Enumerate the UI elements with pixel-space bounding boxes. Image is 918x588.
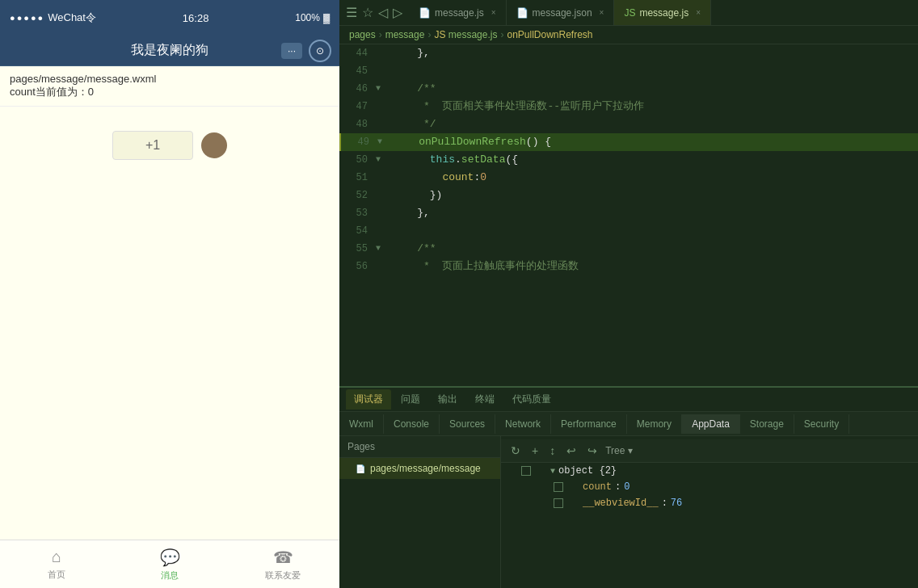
phone-nav-messages[interactable]: 💬 消息 [113,540,226,588]
code-line-50: 50 ▼ this.setData({ [339,151,918,169]
debug-panel: 调试器 问题 输出 终端 代码质量 Wxml Console Sources N… [339,386,918,588]
line-fold-55[interactable]: ▼ [376,240,389,258]
data-checkbox-count[interactable] [554,482,563,492]
line-fold-49[interactable]: ▼ [377,133,390,151]
add-node-button[interactable]: + [528,443,541,459]
line-num-47: 47 [339,98,376,116]
undo-button[interactable]: ↩ [563,443,579,459]
debug-tab-output[interactable]: 输出 [430,389,465,410]
tab-close-3[interactable]: × [696,8,701,17]
tab-bookmark-icon[interactable]: ☆ [362,5,373,20]
phone-menu-button[interactable]: ··· [281,43,302,59]
phone-record-button[interactable]: ⊙ [309,40,331,62]
debug-toolbar-tabs: Wxml Console Sources Network Performance… [339,412,918,436]
debug-toolbar-security[interactable]: Security [794,414,849,434]
line-num-51: 51 [339,169,376,187]
code-line-49: 49 ▼ onPullDownRefresh() { [339,133,918,151]
data-checkbox-webviewid[interactable] [554,498,563,508]
tab-file-icon-1: 📄 [419,7,431,19]
debug-toolbar-memory[interactable]: Memory [627,414,682,434]
counter-button[interactable]: +1 [112,131,193,160]
battery-pct: 100% [295,12,320,23]
line-fold-50[interactable]: ▼ [376,151,389,169]
messages-label: 消息 [161,569,179,582]
phone-page-info: pages/message/message.wxml count当前值为：0 [0,66,339,107]
code-editor[interactable]: 44 }, 45 46 ▼ /** 47 * 页面相关事件处理函数--监听用户下… [339,44,918,386]
debug-tab-terminal[interactable]: 终端 [467,389,503,410]
root-expand-arrow[interactable]: ▼ [550,467,555,476]
phone-nav-contacts[interactable]: ☎ 联系友爱 [226,540,339,588]
debug-toolbar-sources[interactable]: Sources [440,414,495,434]
phone-nav-home[interactable]: ⌂ 首页 [0,540,113,588]
line-content-55: /** [389,240,918,258]
breadcrumb-function[interactable]: onPullDownRefresh [507,29,592,40]
redo-button[interactable]: ↪ [584,443,600,459]
tab-label-1: message.js [435,7,484,19]
debug-toolbar-console[interactable]: Console [384,414,440,434]
line-content-49: onPullDownRefresh() { [390,133,918,151]
code-line-46: 46 ▼ /** [339,80,918,98]
debug-toolbar-performance[interactable]: Performance [551,414,627,434]
tab-menu-icon[interactable]: ☰ [346,5,357,20]
phone-panel: ●●●●● WeChat令 16:28 100% ▓ 我是夜阑的狗 ··· ⊙ … [0,0,339,588]
tab-message-js-active[interactable]: JS message.js × [614,0,711,26]
data-row-count: count : 0 [501,479,918,495]
breadcrumb: pages › message › JS message.js › onPull… [339,26,918,44]
code-line-52: 52 }) [339,187,918,204]
line-fold-46[interactable]: ▼ [376,80,389,98]
tab-back-icon[interactable]: ◁ [378,5,388,20]
tab-forward-icon[interactable]: ▷ [393,5,402,20]
breadcrumb-js[interactable]: JS message.js [434,29,497,40]
breadcrumb-pages[interactable]: pages [349,29,376,40]
tabs-bar-actions: ☰ ☆ ◁ ▷ [339,5,409,20]
webviewid-value: 76 [671,498,682,509]
phone-status-bar: ●●●●● WeChat令 16:28 100% ▓ [0,0,339,36]
refresh-button[interactable]: ↻ [507,443,524,459]
phone-nav-bar: ⌂ 首页 💬 消息 ☎ 联系友爱 [0,540,339,588]
breadcrumb-sep-3: › [500,29,503,40]
debug-toolbar-wxml[interactable]: Wxml [339,414,384,434]
phone-title-actions: ··· ⊙ [281,40,331,62]
debug-tab-problems[interactable]: 问题 [393,389,428,410]
code-line-56: 56 * 页面上拉触底事件的处理函数 [339,258,918,275]
line-content-51: count:0 [389,169,918,187]
line-content-48: */ [389,116,918,133]
count-colon: : [615,481,621,493]
count-key: count [583,481,612,493]
line-num-53: 53 [339,204,376,222]
tab-close-1[interactable]: × [491,8,496,17]
tab-label-2: message.json [533,7,592,19]
pages-header: Pages [339,436,500,458]
breadcrumb-message[interactable]: message [385,29,425,40]
line-content-53: }, [389,204,918,222]
code-line-54: 54 [339,222,918,240]
expand-button[interactable]: ↕ [546,443,558,459]
debug-tab-debugger[interactable]: 调试器 [346,389,391,410]
tab-message-json[interactable]: 📄 message.json × [507,0,615,26]
code-line-47: 47 * 页面相关事件处理函数--监听用户下拉动作 [339,98,918,116]
debug-top-tabs: 调试器 问题 输出 终端 代码质量 [339,388,918,412]
tab-close-2[interactable]: × [600,8,604,17]
pages-panel: Pages 📄 pages/message/message [339,436,501,588]
pages-item-message[interactable]: 📄 pages/message/message [339,458,500,479]
data-toolbar: ↻ + ↕ ↩ ↪ Tree ▾ [501,439,918,463]
data-checkbox-root[interactable] [521,466,531,476]
phone-status-right: 100% ▓ [295,12,330,23]
line-num-49: 49 [341,133,377,151]
js-icon: JS [434,29,445,40]
time-label: 16:28 [183,12,209,24]
phone-content: pages/message/message.wxml count当前值为：0 +… [0,66,339,540]
carrier-label: WeChat令 [48,10,96,25]
debug-toolbar-network[interactable]: Network [495,414,551,434]
debug-tab-quality[interactable]: 代码质量 [504,389,559,410]
tab-message-js-1[interactable]: 📄 message.js × [409,0,507,26]
phone-title: 我是夜阑的狗 [131,42,208,59]
breadcrumb-sep-1: › [379,29,382,40]
debug-toolbar-storage[interactable]: Storage [740,414,794,434]
battery-icon: ▓ [323,13,330,23]
code-line-51: 51 count:0 [339,169,918,187]
debug-toolbar-appdata[interactable]: AppData [682,414,740,434]
line-num-48: 48 [339,116,376,133]
line-num-52: 52 [339,187,376,204]
page-path-label: pages/message/message [370,463,481,474]
